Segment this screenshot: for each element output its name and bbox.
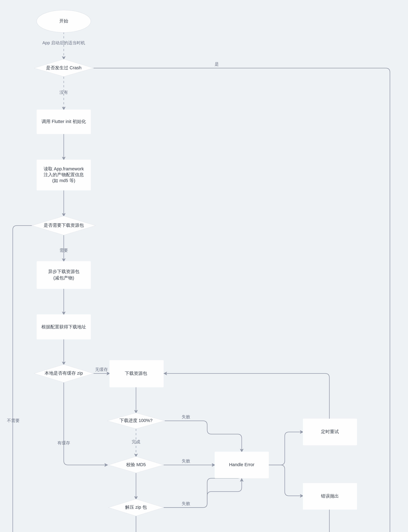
node-asyncdl-line2: (减包产物): [53, 275, 74, 280]
edge-label: App 启动后的适当时机: [42, 40, 85, 45]
node-readconfig-line2: 注入的产物配置信息: [44, 172, 84, 177]
edge-retry-download: [164, 373, 329, 419]
edge-progress-fail: [165, 421, 242, 452]
edge-he-retry: [269, 432, 303, 465]
edge-label: 完成: [132, 439, 140, 444]
node-readconfig-line1: 读取 App.framework: [44, 166, 84, 171]
node-download-label: 下载资源包: [125, 371, 147, 376]
edge-label: 失败: [182, 414, 190, 419]
edge-he-throw: [269, 465, 303, 496]
edge-unzip-fail-real: [164, 479, 242, 507]
flowchart-canvas: App 启动后的适当时机 没有 是 需要 不需要 无缓存 有缓存 完成 失败 失…: [0, 0, 408, 532]
node-md5-label: 校验 MD5: [126, 462, 146, 467]
node-start-label: 开始: [59, 18, 68, 23]
edge-unzip-fail: [164, 474, 242, 507]
edge-label: 有缓存: [57, 441, 70, 445]
node-readconfig-line3: (如 md5 等): [52, 178, 75, 183]
edge-label: 无缓存: [95, 367, 108, 372]
node-unzip-label: 解压 zip 包: [125, 505, 147, 510]
node-flutterinit-label: 调用 Flutter init 初始化: [42, 119, 86, 124]
node-crash-label: 是否发生过 Crash: [46, 65, 82, 70]
edge-label: 是: [215, 62, 219, 66]
node-retry-label: 定时重试: [321, 429, 339, 434]
edge-label: 没有: [60, 90, 68, 95]
node-asyncdl: [37, 261, 91, 289]
edge-label: 失败: [182, 501, 190, 506]
edge-label: 失败: [182, 459, 190, 463]
edge-label: 需要: [60, 248, 68, 253]
node-hascache-label: 本地是否有缓存 zip: [45, 371, 83, 376]
node-progress-label: 下载进度 100%?: [119, 418, 153, 423]
node-handleerror-label: Handle Error: [229, 462, 254, 467]
edge-hascache-yes: [64, 382, 107, 465]
edge-label: 不需要: [7, 418, 20, 423]
node-asyncdl-line1: 异步下载资源包: [48, 269, 79, 274]
node-throw-label: 错误抛出: [321, 494, 339, 498]
node-geturl-label: 根据配置获得下载地址: [42, 324, 86, 329]
node-needdl-label: 是否需要下载资源包: [44, 223, 84, 228]
